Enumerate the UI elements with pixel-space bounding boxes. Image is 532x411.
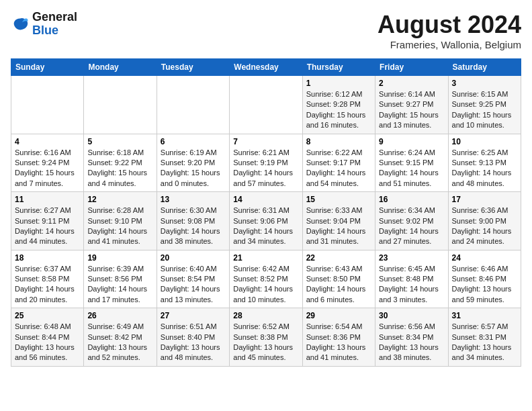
- calendar-cell: 22Sunrise: 6:43 AMSunset: 8:50 PMDayligh…: [302, 250, 375, 308]
- calendar-cell: 3Sunrise: 6:15 AMSunset: 9:25 PMDaylight…: [448, 76, 521, 134]
- calendar-cell: [84, 76, 157, 134]
- day-info: Sunrise: 6:52 AMSunset: 8:38 PMDaylight:…: [233, 322, 298, 363]
- calendar-cell: 23Sunrise: 6:45 AMSunset: 8:48 PMDayligh…: [375, 250, 448, 308]
- day-number: 30: [379, 311, 444, 320]
- calendar-week-4: 18Sunrise: 6:37 AMSunset: 8:58 PMDayligh…: [11, 250, 521, 308]
- day-info: Sunrise: 6:18 AMSunset: 9:22 PMDaylight:…: [87, 148, 152, 189]
- day-number: 12: [87, 195, 152, 204]
- day-number: 23: [379, 253, 444, 263]
- calendar-cell: 25Sunrise: 6:48 AMSunset: 8:44 PMDayligh…: [11, 308, 84, 367]
- day-info: Sunrise: 6:22 AMSunset: 9:17 PMDaylight:…: [306, 148, 371, 189]
- day-info: Sunrise: 6:54 AMSunset: 8:36 PMDaylight:…: [306, 322, 371, 363]
- day-info: Sunrise: 6:39 AMSunset: 8:56 PMDaylight:…: [87, 264, 152, 306]
- calendar-cell: 26Sunrise: 6:49 AMSunset: 8:42 PMDayligh…: [84, 308, 157, 367]
- calendar-week-3: 11Sunrise: 6:27 AMSunset: 9:11 PMDayligh…: [11, 192, 521, 250]
- day-number: 16: [379, 195, 444, 204]
- calendar-cell: 9Sunrise: 6:24 AMSunset: 9:15 PMDaylight…: [375, 134, 448, 192]
- calendar-cell: 7Sunrise: 6:21 AMSunset: 9:19 PMDaylight…: [230, 134, 302, 192]
- weekday-header-monday: Monday: [84, 59, 157, 76]
- day-info: Sunrise: 6:21 AMSunset: 9:19 PMDaylight:…: [233, 148, 298, 189]
- calendar-cell: 4Sunrise: 6:16 AMSunset: 9:24 PMDaylight…: [11, 134, 84, 192]
- day-number: 25: [15, 311, 80, 320]
- calendar-cell: [157, 76, 229, 134]
- calendar-cell: 6Sunrise: 6:19 AMSunset: 9:20 PMDaylight…: [157, 134, 229, 192]
- calendar-week-1: 1Sunrise: 6:12 AMSunset: 9:28 PMDaylight…: [11, 76, 521, 134]
- day-number: 10: [452, 137, 517, 146]
- calendar-cell: 18Sunrise: 6:37 AMSunset: 8:58 PMDayligh…: [11, 250, 84, 308]
- calendar-cell: 16Sunrise: 6:34 AMSunset: 9:02 PMDayligh…: [375, 192, 448, 250]
- month-title: August 2024: [378, 11, 521, 39]
- day-info: Sunrise: 6:24 AMSunset: 9:15 PMDaylight:…: [379, 148, 444, 189]
- day-number: 18: [15, 253, 80, 263]
- weekday-header-saturday: Saturday: [448, 59, 521, 76]
- day-info: Sunrise: 6:15 AMSunset: 9:25 PMDaylight:…: [452, 89, 517, 131]
- day-number: 3: [452, 79, 517, 88]
- weekday-header-wednesday: Wednesday: [230, 59, 302, 76]
- logo-icon: [11, 15, 30, 34]
- calendar-week-2: 4Sunrise: 6:16 AMSunset: 9:24 PMDaylight…: [11, 134, 521, 192]
- day-number: 9: [379, 137, 444, 146]
- location-subtitle: Frameries, Wallonia, Belgium: [378, 39, 521, 50]
- calendar-cell: 29Sunrise: 6:54 AMSunset: 8:36 PMDayligh…: [302, 308, 375, 367]
- day-number: 15: [306, 195, 371, 204]
- day-info: Sunrise: 6:14 AMSunset: 9:27 PMDaylight:…: [379, 89, 444, 131]
- day-info: Sunrise: 6:49 AMSunset: 8:42 PMDaylight:…: [87, 322, 152, 363]
- calendar-cell: 24Sunrise: 6:46 AMSunset: 8:46 PMDayligh…: [448, 250, 521, 308]
- calendar-week-5: 25Sunrise: 6:48 AMSunset: 8:44 PMDayligh…: [11, 308, 521, 367]
- calendar-cell: 31Sunrise: 6:57 AMSunset: 8:31 PMDayligh…: [448, 308, 521, 367]
- day-number: 27: [161, 311, 226, 320]
- day-info: Sunrise: 6:43 AMSunset: 8:50 PMDaylight:…: [306, 264, 371, 306]
- day-info: Sunrise: 6:30 AMSunset: 9:08 PMDaylight:…: [161, 205, 226, 247]
- calendar-cell: 12Sunrise: 6:28 AMSunset: 9:10 PMDayligh…: [84, 192, 157, 250]
- weekday-header-sunday: Sunday: [11, 59, 84, 76]
- day-info: Sunrise: 6:56 AMSunset: 8:34 PMDaylight:…: [379, 322, 444, 363]
- calendar-cell: 30Sunrise: 6:56 AMSunset: 8:34 PMDayligh…: [375, 308, 448, 367]
- day-info: Sunrise: 6:36 AMSunset: 9:00 PMDaylight:…: [452, 205, 517, 247]
- day-number: 2: [379, 79, 444, 88]
- calendar-cell: 11Sunrise: 6:27 AMSunset: 9:11 PMDayligh…: [11, 192, 84, 250]
- calendar-cell: 1Sunrise: 6:12 AMSunset: 9:28 PMDaylight…: [302, 76, 375, 134]
- logo-blue: Blue: [32, 24, 77, 38]
- day-number: 8: [306, 137, 371, 146]
- day-info: Sunrise: 6:45 AMSunset: 8:48 PMDaylight:…: [379, 264, 444, 306]
- day-info: Sunrise: 6:19 AMSunset: 9:20 PMDaylight:…: [161, 148, 226, 189]
- calendar-cell: 15Sunrise: 6:33 AMSunset: 9:04 PMDayligh…: [302, 192, 375, 250]
- logo: General Blue: [11, 11, 77, 38]
- calendar-cell: [11, 76, 84, 134]
- calendar-cell: 21Sunrise: 6:42 AMSunset: 8:52 PMDayligh…: [230, 250, 302, 308]
- day-number: 31: [452, 311, 517, 320]
- day-number: 29: [306, 311, 371, 320]
- day-number: 6: [161, 137, 226, 146]
- calendar-table: SundayMondayTuesdayWednesdayThursdayFrid…: [11, 58, 521, 367]
- day-number: 5: [87, 137, 152, 146]
- day-number: 7: [233, 137, 298, 146]
- day-number: 22: [306, 253, 371, 263]
- day-info: Sunrise: 6:40 AMSunset: 8:54 PMDaylight:…: [161, 264, 226, 306]
- calendar-cell: [230, 76, 302, 134]
- calendar-cell: 20Sunrise: 6:40 AMSunset: 8:54 PMDayligh…: [157, 250, 229, 308]
- day-number: 14: [233, 195, 298, 204]
- day-number: 24: [452, 253, 517, 263]
- day-info: Sunrise: 6:12 AMSunset: 9:28 PMDaylight:…: [306, 89, 371, 131]
- page-header: General Blue August 2024 Frameries, Wall…: [11, 11, 521, 50]
- day-info: Sunrise: 6:34 AMSunset: 9:02 PMDaylight:…: [379, 205, 444, 247]
- day-info: Sunrise: 6:33 AMSunset: 9:04 PMDaylight:…: [306, 205, 371, 247]
- day-number: 11: [15, 195, 80, 204]
- calendar-header-row: SundayMondayTuesdayWednesdayThursdayFrid…: [11, 59, 521, 76]
- day-number: 26: [87, 311, 152, 320]
- day-number: 4: [15, 137, 80, 146]
- day-info: Sunrise: 6:42 AMSunset: 8:52 PMDaylight:…: [233, 264, 298, 306]
- calendar-cell: 10Sunrise: 6:25 AMSunset: 9:13 PMDayligh…: [448, 134, 521, 192]
- day-info: Sunrise: 6:28 AMSunset: 9:10 PMDaylight:…: [87, 205, 152, 247]
- day-info: Sunrise: 6:37 AMSunset: 8:58 PMDaylight:…: [15, 264, 80, 306]
- calendar-cell: 14Sunrise: 6:31 AMSunset: 9:06 PMDayligh…: [230, 192, 302, 250]
- day-info: Sunrise: 6:48 AMSunset: 8:44 PMDaylight:…: [15, 322, 80, 363]
- day-number: 20: [161, 253, 226, 263]
- day-info: Sunrise: 6:31 AMSunset: 9:06 PMDaylight:…: [233, 205, 298, 247]
- day-info: Sunrise: 6:46 AMSunset: 8:46 PMDaylight:…: [452, 264, 517, 306]
- day-number: 28: [233, 311, 298, 320]
- day-number: 17: [452, 195, 517, 204]
- day-info: Sunrise: 6:51 AMSunset: 8:40 PMDaylight:…: [161, 322, 226, 363]
- day-number: 19: [87, 253, 152, 263]
- day-info: Sunrise: 6:16 AMSunset: 9:24 PMDaylight:…: [15, 148, 80, 189]
